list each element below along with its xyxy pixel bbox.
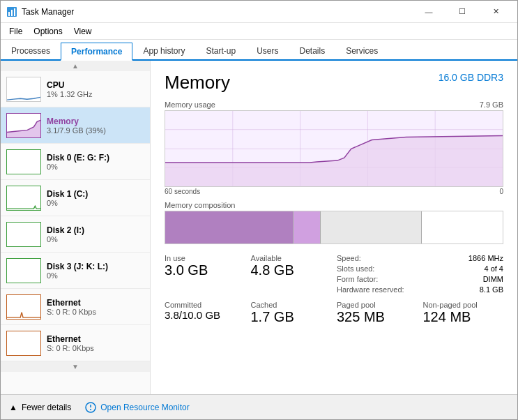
menu-file[interactable]: File — [3, 25, 28, 38]
chevron-up-icon: ▲ — [9, 403, 17, 412]
memory-graph — [6, 113, 41, 138]
tab-performance[interactable]: Performance — [61, 43, 132, 61]
disk1-info: Disk 1 (C:) 0% — [47, 189, 144, 207]
sidebar-item-memory[interactable]: Memory 3.1/7.9 GB (39%) — [1, 107, 150, 144]
tab-app-history[interactable]: App history — [132, 41, 195, 59]
stat-nonpaged-label: Non-paged pool — [423, 301, 504, 309]
disk2-value: 0% — [47, 235, 144, 243]
memory-composition-chart — [165, 211, 503, 244]
ethernet1-name: Ethernet — [47, 298, 144, 308]
open-resource-monitor-link[interactable]: Open Resource Monitor — [100, 403, 189, 412]
close-button[interactable]: ✕ — [480, 2, 512, 22]
speed-label: Speed: — [337, 254, 418, 262]
cpu-info: CPU 1% 1.32 GHz — [47, 80, 144, 98]
stat-in-use: In use 3.0 GB — [165, 254, 245, 294]
composition-label: Memory composition — [165, 201, 503, 209]
minimize-button[interactable]: — — [413, 2, 445, 22]
tab-processes[interactable]: Processes — [1, 41, 61, 59]
disk0-name: Disk 0 (E: G: F:) — [47, 153, 144, 163]
stat-cached-value: 1.7 GB — [251, 309, 332, 325]
svg-rect-2 — [11, 10, 13, 16]
comp-modified — [294, 211, 321, 243]
comp-free — [422, 211, 503, 243]
chart-label: Memory usage 7.9 GB — [165, 100, 503, 109]
bottom-bar: ▲ Fewer details Open Resource Monitor — [1, 394, 517, 419]
open-resource-monitor-container: Open Resource Monitor — [85, 402, 189, 413]
title-bar: Task Manager — ☐ ✕ — [1, 1, 517, 23]
window-title: Task Manager — [22, 7, 74, 17]
disk1-name: Disk 1 (C:) — [47, 189, 144, 199]
resource-monitor-icon — [85, 402, 96, 413]
disk3-info: Disk 3 (J: K: L:) 0% — [47, 262, 144, 280]
svg-rect-3 — [14, 8, 15, 16]
detail-subtitle: 16.0 GB DDR3 — [439, 72, 503, 83]
stat-right-grid: Speed: 1866 MHz Slots used: 4 of 4 Form … — [337, 254, 503, 294]
speed-value: 1866 MHz — [423, 254, 504, 262]
title-controls: — ☐ ✕ — [413, 2, 512, 22]
scroll-down[interactable]: ▼ — [1, 361, 150, 372]
ethernet2-info: Ethernet S: 0 R: 0Kbps — [47, 334, 144, 352]
stat-committed-label: Committed — [165, 301, 245, 309]
cpu-name: CPU — [47, 80, 144, 90]
stat-nonpaged: Non-paged pool 124 MB — [423, 301, 504, 325]
ethernet1-value: S: 0 R: 0 Kbps — [47, 308, 144, 316]
sidebar-item-ethernet2[interactable]: Ethernet S: 0 R: 0Kbps — [1, 325, 150, 361]
chart-time-labels: 60 seconds 0 — [165, 188, 503, 195]
maximize-button[interactable]: ☐ — [446, 2, 478, 22]
stat-paged-label: Paged pool — [337, 301, 418, 309]
detail-panel: Memory 16.0 GB DDR3 Memory usage 7.9 GB — [151, 61, 517, 394]
chart-label-text: Memory usage — [165, 100, 215, 109]
sidebar-item-cpu[interactable]: CPU 1% 1.32 GHz — [1, 71, 150, 107]
stat-available-value: 4.8 GB — [251, 262, 332, 278]
disk2-info: Disk 2 (I:) 0% — [47, 225, 144, 243]
stats-grid: In use 3.0 GB Available 4.8 GB Speed: 18… — [165, 254, 503, 325]
sidebar-item-disk2[interactable]: Disk 2 (I:) 0% — [1, 216, 150, 253]
ethernet2-value: S: 0 R: 0Kbps — [47, 344, 144, 352]
slots-value: 4 of 4 — [423, 264, 504, 273]
tab-users[interactable]: Users — [246, 41, 289, 59]
stat-cached: Cached 1.7 GB — [251, 301, 332, 325]
memory-usage-section: Memory usage 7.9 GB — [165, 100, 503, 195]
detail-header: Memory 16.0 GB DDR3 — [165, 72, 503, 93]
tab-details[interactable]: Details — [289, 41, 335, 59]
ethernet1-graph — [6, 294, 41, 320]
sidebar: ▲ CPU 1% 1.32 GHz — [1, 61, 151, 394]
sidebar-item-disk1[interactable]: Disk 1 (C:) 0% — [1, 180, 150, 216]
tab-services[interactable]: Services — [335, 41, 388, 59]
detail-title: Memory — [165, 72, 230, 93]
chart-time-end: 0 — [499, 188, 503, 195]
disk0-value: 0% — [47, 163, 144, 171]
stat-in-use-value: 3.0 GB — [165, 262, 245, 278]
composition-label-text: Memory composition — [165, 201, 235, 209]
fewer-details-label: Fewer details — [22, 403, 71, 412]
form-label: Form factor: — [337, 275, 418, 283]
fewer-details-button[interactable]: ▲ Fewer details — [9, 403, 71, 412]
cpu-graph — [6, 77, 41, 102]
menu-view[interactable]: View — [68, 25, 98, 38]
svg-marker-4 — [7, 120, 40, 137]
form-value: DIMM — [423, 275, 504, 283]
stat-right-section: Speed: 1866 MHz Slots used: 4 of 4 Form … — [337, 254, 503, 294]
disk2-graph — [6, 222, 41, 247]
sidebar-item-disk0[interactable]: Disk 0 (E: G: F:) 0% — [1, 144, 150, 180]
memory-value: 3.1/7.9 GB (39%) — [47, 126, 144, 135]
ethernet2-graph — [6, 331, 41, 356]
menu-bar: File Options View — [1, 23, 517, 40]
disk1-graph — [6, 186, 41, 211]
tab-startup[interactable]: Start-up — [195, 41, 246, 59]
scroll-up[interactable]: ▲ — [1, 61, 150, 71]
task-manager-window: Task Manager — ☐ ✕ File Options View Pro… — [0, 0, 518, 420]
ethernet2-name: Ethernet — [47, 334, 144, 344]
disk0-info: Disk 0 (E: G: F:) 0% — [47, 153, 144, 171]
cpu-value: 1% 1.32 GHz — [47, 90, 144, 98]
disk2-name: Disk 2 (I:) — [47, 225, 144, 235]
chart-max-label: 7.9 GB — [480, 100, 503, 109]
stat-cached-label: Cached — [251, 301, 332, 309]
memory-composition-section: Memory composition — [165, 201, 503, 244]
menu-options[interactable]: Options — [28, 25, 68, 38]
comp-standby — [321, 211, 422, 243]
sidebar-item-disk3[interactable]: Disk 3 (J: K: L:) 0% — [1, 253, 150, 289]
sidebar-item-ethernet1[interactable]: Ethernet S: 0 R: 0 Kbps — [1, 289, 150, 325]
svg-rect-1 — [8, 12, 10, 16]
memory-name: Memory — [47, 117, 144, 126]
